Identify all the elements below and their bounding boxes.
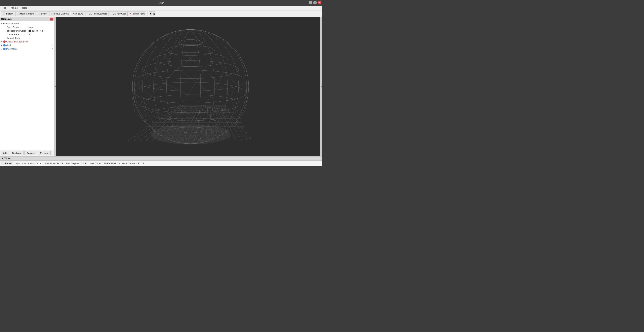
menu-panels[interactable]: Panels [9,6,19,10]
interact-icon: ⬜ [2,13,5,15]
duplicate-button[interactable]: Duplicate [10,151,24,155]
pose-estimate-icon: ✓ [87,13,89,15]
global-status-label: Global Status: Error [6,41,28,43]
pause-button[interactable]: Pause [1,162,13,165]
background-color-label: Background Color [6,30,28,32]
wall-elapsed-value: 21.24 [138,162,144,165]
focus-camera-icon: ⬜ [51,13,54,15]
time-panel-header: ⏸ Time [0,157,322,161]
background-color-row: Background Color 48; 48; 48 [0,29,54,33]
toolbar-move-camera[interactable]: ⬜ Move Camera [15,11,36,16]
scene-view[interactable] [56,17,320,156]
grid-icon [3,44,6,47]
meshmap-icon [3,48,6,50]
ros-elapsed-value: 20.71 [81,162,88,165]
expand-arrow-meshmap: ▶ [1,48,3,50]
bottom-panel: ⏸ Time Pause Synchronization: Off ▼ ROS … [0,156,322,166]
panel-header: Displays ✕ [0,17,54,21]
panel-buttons: Add Duplicate Remove Rename [0,150,54,156]
toolbar-select[interactable]: ⬜ Select [36,11,49,16]
sync-field: Synchronization: Off ▼ [15,162,42,165]
background-color-value[interactable]: 48; 48; 48 [28,30,43,32]
toolbar-measure[interactable]: ≡ Measure [71,11,85,16]
meshmap-check[interactable]: ✓ [52,48,53,50]
menu-help[interactable]: Help [21,6,28,10]
measure-icon: ≡ [72,13,74,15]
fixed-frame-value[interactable]: map [28,26,33,29]
global-options-item[interactable]: ▾ Global Options [0,22,54,25]
time-icon: ⏸ [1,157,3,160]
3d-viewport[interactable] [56,17,320,156]
ros-time-label: ROS Time: [44,162,56,165]
maximize-button[interactable]: □ [313,1,317,5]
titlebar: RViz* − □ ✕ [0,0,322,6]
add-button[interactable]: Add [1,151,9,155]
wall-time-field: Wall Time: 1668347801.43 [90,162,120,165]
window-title: RViz* [158,2,164,4]
expand-arrow-grid: ▶ [1,44,3,46]
pause-icon [2,162,4,164]
grid-label: Grid [6,44,11,47]
ros-elapsed-field: ROS Elapsed: 20.71 [66,162,88,165]
sync-dropdown-wrapper[interactable]: Off ▼ [34,162,42,165]
toolbar-focus-camera[interactable]: ⬜ Focus Camera [49,11,70,16]
toolbar-nav-goal[interactable]: ↗ 2D Nav Goal [109,11,128,16]
meshmap-item[interactable]: ▶ MeshMap ✓ [0,47,54,51]
displays-tree: ▾ Global Options Fixed Frame map Backgro… [0,21,54,150]
frame-rate-value[interactable]: 30 [28,33,31,36]
color-swatch [28,30,31,32]
expand-arrow-status: ▶ [1,41,3,43]
rename-button[interactable]: Rename [38,151,51,155]
default-light-label: Default Light [6,37,28,40]
frame-rate-row: Frame Rate 30 [0,33,54,36]
window-controls: − □ ✕ [309,1,321,5]
toolbar-publish-point[interactable]: ● Publish Point [128,11,146,16]
toolbar-separator [148,12,148,16]
expand-arrow-global: ▾ [1,23,3,25]
resize-handle[interactable]: ◀ [54,17,56,156]
wall-elapsed-field: Wall Elapsed: 21.24 [122,162,144,165]
panel-title: Displays [1,18,12,20]
ros-time-field: ROS Time: 74.79 [44,162,63,165]
menubar: File Panels Help [0,6,322,11]
toolbar-interact[interactable]: ⬜ Interact [1,11,15,16]
grid-check[interactable]: ✓ [52,44,53,47]
global-options-label: Global Options [3,22,20,25]
menu-file[interactable]: File [1,6,7,10]
panel-close-button[interactable]: ✕ [50,18,53,21]
fixed-frame-row: Fixed Frame map [0,25,54,29]
frame-rate-label: Frame Rate [6,33,28,36]
wall-time-value: 1668347801.43 [102,162,120,165]
ros-elapsed-label: ROS Elapsed: [66,162,80,165]
toolbar: ⬜ Interact ⬜ Move Camera ⬜ Select ⬜ Focu… [0,11,322,17]
time-panel-title: Time [4,157,10,160]
toolbar-dropdown-arrow-2[interactable]: ▲▼ [152,12,155,16]
displays-panel: Displays ✕ ▾ Global Options Fixed Frame … [0,17,54,156]
sync-label: Synchronization: [15,162,34,165]
status-error-icon [3,41,6,43]
sync-dropdown[interactable]: Off [34,162,42,165]
remove-button[interactable]: Remove [24,151,37,155]
svg-point-121 [150,124,231,144]
toolbar-pose-estimate[interactable]: ✓ 2D Pose Estimate [85,11,109,16]
wall-elapsed-label: Wall Elapsed: [122,162,137,165]
fixed-frame-label: Fixed Frame [6,26,28,29]
wall-time-label: Wall Time: [90,162,101,165]
grid-item[interactable]: ▶ Grid ✓ [0,44,54,47]
time-bar: Pause Synchronization: Off ▼ ROS Time: 7… [0,161,322,166]
default-light-value[interactable]: ✓ [28,37,30,40]
nav-goal-icon: ↗ [111,13,112,15]
minimize-button[interactable]: − [309,1,312,5]
main-area: Displays ✕ ▾ Global Options Fixed Frame … [0,17,322,156]
default-light-row: Default Light ✓ [0,36,54,40]
toolbar-dropdown-arrow-1[interactable]: ▼ [149,12,152,16]
global-status-item[interactable]: ▶ Global Status: Error [0,40,54,44]
publish-point-icon: ● [130,13,131,15]
right-panel-handle[interactable]: ◀ [320,17,322,156]
select-icon: ⬜ [38,13,40,15]
ros-time-value: 74.79 [57,162,63,165]
move-camera-icon: ⬜ [17,13,20,15]
close-button[interactable]: ✕ [318,1,321,5]
meshmap-label: MeshMap [6,48,17,50]
